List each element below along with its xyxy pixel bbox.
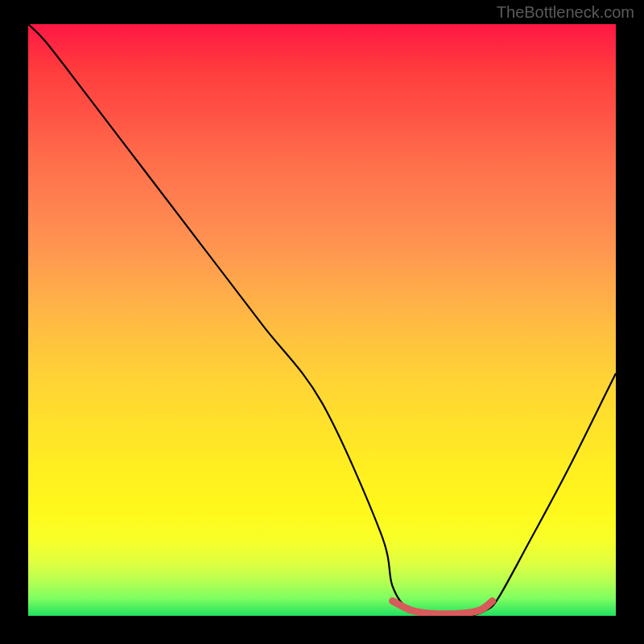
watermark-text: TheBottleneck.com [497,3,634,22]
chart-area [28,24,616,616]
bottleneck-curve [28,24,616,616]
chart-svg [28,24,616,616]
optimal-range-marker [393,601,493,614]
